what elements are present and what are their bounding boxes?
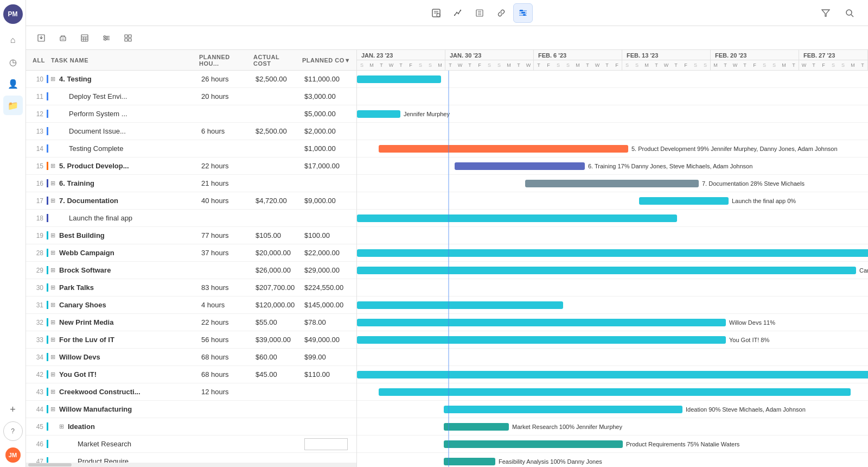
task-row[interactable]: 34 ⊞ Willow Devs 68 hours $60.00 $99.00 — [26, 349, 356, 366]
expand-toggle[interactable]: ⊞ — [50, 75, 55, 83]
planned-hours-cell: 20 hours — [199, 92, 253, 100]
sidebar-clock[interactable]: ◷ — [3, 52, 23, 72]
task-row[interactable]: 46 Market Research — [26, 436, 356, 453]
scrollbar-thumb[interactable] — [28, 463, 72, 466]
grid-sub-btn[interactable] — [119, 29, 137, 47]
task-row[interactable]: 31 ⊞ Canary Shoes 4 hours $120,000.00 $1… — [26, 296, 356, 314]
day-cell: W — [799, 60, 809, 70]
task-name-cell: Product Require... — [47, 457, 199, 463]
link-btn[interactable] — [492, 3, 511, 23]
search-btn[interactable] — [840, 3, 859, 23]
user-avatar[interactable]: JM — [5, 447, 21, 463]
expand-toggle[interactable]: ⊞ — [50, 336, 55, 343]
expand-toggle[interactable]: ⊞ — [50, 180, 55, 187]
gantt-row — [357, 210, 868, 227]
task-row[interactable]: 11 Deploy Test Envi... 20 hours $3,000.0… — [26, 88, 356, 105]
gantt-row — [357, 436, 868, 453]
expand-toggle[interactable]: ⊞ — [50, 388, 55, 395]
gantt-btn[interactable] — [513, 3, 533, 23]
gantt-panel: JAN. 23 '23SMTWTFSSMJAN. 30 '23TWTFSSMTW… — [357, 50, 868, 467]
task-row[interactable]: 14 Testing Complete $1,000.00 — [26, 140, 356, 157]
sidebar-help[interactable]: ? — [3, 421, 23, 441]
row-number: 46 — [26, 440, 47, 448]
task-row[interactable]: 12 Perform System ... $5,000.00 — [26, 105, 356, 123]
expand-toggle[interactable]: ⊞ — [50, 197, 55, 204]
planned-hours-cell: 77 hours — [199, 231, 253, 239]
task-row[interactable]: 33 ⊞ For the Luv of IT 56 hours $39,000.… — [26, 331, 356, 349]
task-name-text: You Got IT! — [59, 370, 97, 378]
day-cell: S — [622, 60, 632, 70]
day-cell: T — [534, 60, 544, 70]
col-planned-label[interactable]: PLANNED HOU... — [197, 54, 251, 67]
row-number: 30 — [26, 284, 47, 292]
task-row[interactable]: 10 ⊞ 4. Testing 26 hours $2,500.00 $11,0… — [26, 71, 356, 88]
export-sub-btn[interactable] — [33, 29, 50, 47]
task-row[interactable]: 29 ⊞ Brock Software $26,000.00 $29,000.0… — [26, 262, 356, 279]
task-row[interactable]: 16 ⊞ 6. Training 21 hours — [26, 175, 356, 192]
task-row[interactable]: 47 Product Require... — [26, 453, 356, 463]
table-sub-btn[interactable] — [76, 29, 93, 47]
svg-rect-38 — [125, 39, 127, 41]
sidebar-home[interactable]: ⌂ — [3, 30, 23, 50]
filter-btn[interactable] — [816, 3, 835, 23]
day-cell: T — [465, 60, 475, 70]
task-row[interactable]: 13 Document Issue... 6 hours $2,500.00 $… — [26, 123, 356, 140]
task-row[interactable]: 32 ⊞ New Print Media 22 hours $55.00 $78… — [26, 314, 356, 331]
day-cell: T — [445, 60, 455, 70]
planned-cost-cell: $78.00 — [302, 318, 356, 326]
sidebar: PM ⌂ ◷ 👤 📁 + ? JM — [0, 0, 26, 467]
task-name-cell: ⊞ Creekwood Constructi... — [47, 388, 199, 396]
day-cell: S — [416, 60, 425, 70]
col-actual-label[interactable]: ACTUAL COST — [251, 54, 300, 67]
day-cell: S — [563, 60, 573, 70]
expand-toggle[interactable]: ⊞ — [50, 406, 55, 413]
sidebar-people[interactable]: 👤 — [3, 74, 23, 93]
task-name-cell: ⊞ 7. Documentation — [47, 197, 199, 205]
expand-toggle[interactable]: ⊞ — [50, 162, 55, 169]
expand-toggle[interactable]: ⊞ — [50, 232, 55, 239]
gantt-row — [357, 244, 868, 262]
day-cell: W — [524, 60, 533, 70]
task-row[interactable]: 17 ⊞ 7. Documentation 40 hours $4,720.00… — [26, 192, 356, 210]
task-row[interactable]: 28 ⊞ Webb Campaign 37 hours $20,000.00 $… — [26, 244, 356, 262]
expand-toggle[interactable]: ⊞ — [50, 319, 55, 326]
h-scrollbar[interactable] — [26, 463, 356, 467]
expand-toggle[interactable]: ⊞ — [50, 371, 55, 378]
col-planc-label[interactable]: PLANNED CO▼ — [300, 57, 354, 64]
task-row[interactable]: 45 ⊞ Ideation — [26, 418, 356, 436]
settings-sub-btn[interactable] — [98, 29, 115, 47]
expand-toggle[interactable]: ⊞ — [50, 249, 55, 256]
expand-toggle[interactable]: ⊞ — [50, 354, 55, 361]
planned-hours-cell: 4 hours — [199, 301, 253, 309]
svg-rect-25 — [81, 35, 88, 41]
planned-hours-cell: 68 hours — [199, 370, 253, 378]
task-name-cell: Perform System ... — [47, 110, 199, 118]
task-name-text: Product Require... — [78, 457, 135, 463]
task-row[interactable]: 19 ⊞ Best Building 77 hours $105.00 $100… — [26, 227, 356, 244]
task-row[interactable]: 42 ⊞ You Got IT! 68 hours $45.00 $110.00 — [26, 366, 356, 383]
day-cell: S — [700, 60, 710, 70]
expand-toggle[interactable]: ⊞ — [50, 267, 55, 274]
gantt-body: Jennifer Murphey5. Product Development 9… — [357, 71, 868, 467]
task-row[interactable]: 18 Launch the final app — [26, 210, 356, 227]
planned-cost-input[interactable] — [304, 438, 348, 450]
task-name-text: Document Issue... — [69, 127, 126, 135]
planned-cost-cell: $49,000.00 — [302, 336, 356, 344]
sidebar-folder[interactable]: 📁 — [3, 96, 23, 115]
search-view-btn[interactable] — [426, 3, 446, 23]
sidebar-add[interactable]: + — [3, 400, 23, 419]
expand-toggle[interactable]: ⊞ — [59, 423, 64, 430]
print-sub-btn[interactable] — [54, 29, 72, 47]
actual-cost-cell: $105.00 — [253, 231, 302, 239]
col-task-label[interactable]: TASK NAME — [49, 57, 197, 64]
list-btn[interactable] — [470, 3, 489, 23]
chart-btn[interactable] — [448, 3, 468, 23]
task-row[interactable]: 43 ⊞ Creekwood Constructi... 12 hours — [26, 383, 356, 401]
expand-toggle[interactable]: ⊞ — [50, 284, 55, 291]
task-row[interactable]: 15 ⊞ 5. Product Develop... 22 hours $17,… — [26, 157, 356, 175]
task-row[interactable]: 30 ⊞ Park Talks 83 hours $207,700.00 $22… — [26, 279, 356, 296]
row-number: 15 — [26, 162, 47, 170]
row-number: 33 — [26, 336, 47, 344]
task-row[interactable]: 44 ⊞ Willow Manufacturing — [26, 401, 356, 418]
expand-toggle[interactable]: ⊞ — [50, 301, 55, 308]
